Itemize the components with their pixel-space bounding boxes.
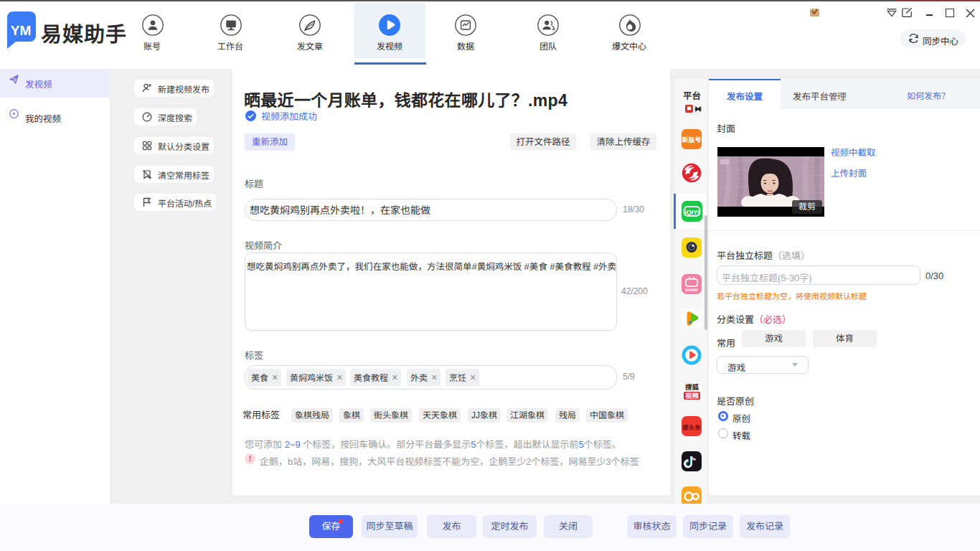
svg-text:iQIYI: iQIYI xyxy=(684,209,699,216)
svg-text:视频: 视频 xyxy=(685,392,699,400)
svg-text:搜狐: 搜狐 xyxy=(685,383,699,391)
svg-text:惠头条: 惠头条 xyxy=(682,424,701,431)
svg-text:bilibili: bilibili xyxy=(685,288,698,292)
svg-text:新版号: 新版号 xyxy=(682,136,701,143)
svg-text:YM: YM xyxy=(11,23,32,38)
